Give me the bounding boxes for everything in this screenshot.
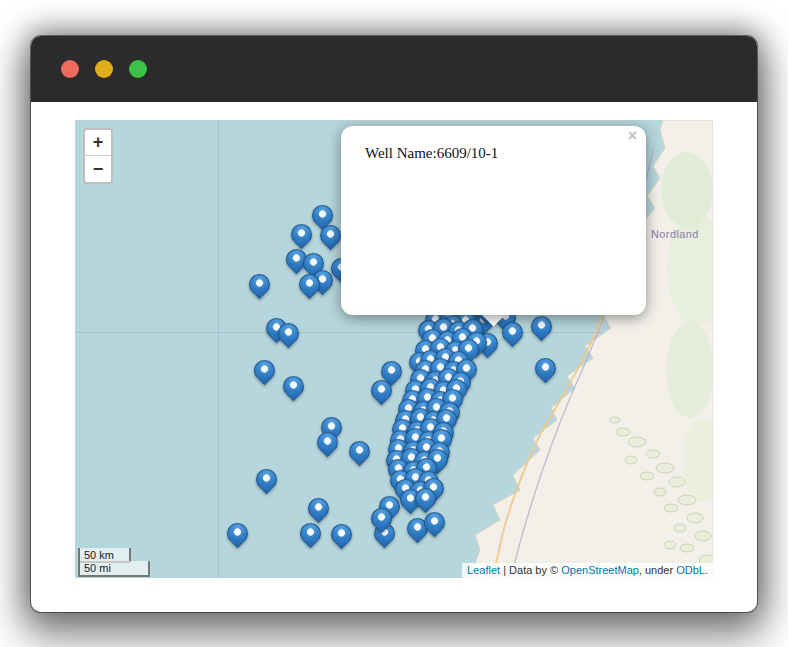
zoom-control: + − <box>83 128 113 184</box>
scale-mi: 50 mi <box>78 561 150 577</box>
window-titlebar <box>31 36 757 102</box>
page-content: Nordland + − Well Name:6609/10-1 × 50 km… <box>31 102 757 612</box>
zoom-in-button[interactable]: + <box>85 130 111 156</box>
map-marker[interactable] <box>296 519 326 549</box>
well-popup-text: Well Name:6609/10-1 <box>341 126 646 181</box>
map-marker[interactable] <box>287 220 317 250</box>
well-popup: Well Name:6609/10-1 × <box>341 126 646 315</box>
map-marker[interactable] <box>531 354 561 384</box>
browser-window: Nordland + − Well Name:6609/10-1 × 50 km… <box>31 36 757 612</box>
leaflet-map[interactable]: Nordland + − Well Name:6609/10-1 × 50 km… <box>75 120 713 578</box>
scale-control: 50 km 50 mi <box>78 548 150 577</box>
map-marker[interactable] <box>252 465 282 495</box>
attribution-text: , under <box>639 564 676 576</box>
openstreetmap-link[interactable]: OpenStreetMap <box>561 564 639 576</box>
maximize-window-button[interactable] <box>129 60 147 78</box>
popup-close-icon[interactable]: × <box>628 129 637 143</box>
close-window-button[interactable] <box>61 60 79 78</box>
map-marker[interactable] <box>279 372 309 402</box>
map-marker[interactable] <box>327 520 357 550</box>
map-marker[interactable] <box>527 312 557 342</box>
odbl-link[interactable]: ODbL <box>676 564 705 576</box>
map-marker[interactable] <box>223 519 253 549</box>
minimize-window-button[interactable] <box>95 60 113 78</box>
map-marker[interactable] <box>304 494 334 524</box>
map-marker[interactable] <box>345 437 375 467</box>
zoom-out-button[interactable]: − <box>85 156 111 182</box>
map-attribution: Leaflet | Data by © OpenStreetMap, under… <box>462 563 713 578</box>
attribution-text: . <box>705 564 708 576</box>
map-marker[interactable] <box>250 356 280 386</box>
map-marker[interactable] <box>245 270 275 300</box>
leaflet-link[interactable]: Leaflet <box>467 564 500 576</box>
attribution-text: | Data by © <box>500 564 561 576</box>
